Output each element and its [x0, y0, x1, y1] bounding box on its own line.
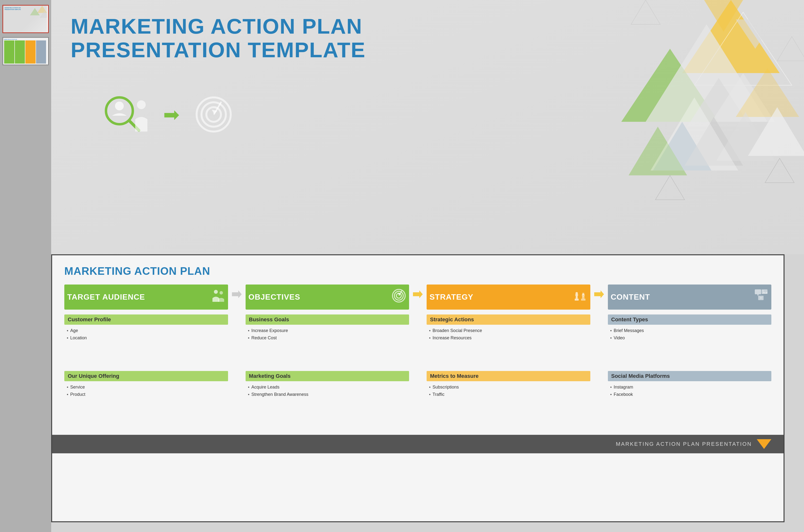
- slide-number-1: 1: [0, 6, 0, 11]
- objectives-header: OBJECTIVES: [246, 285, 409, 310]
- target-header: TARGET AUDIENCE: [64, 285, 228, 310]
- target-icon: [194, 95, 233, 134]
- social-media-list: Instagram Facebook: [608, 384, 772, 420]
- plan-grid: TARGET AUDIENCE Customer Profile Age: [64, 285, 771, 428]
- list-item: [610, 405, 772, 413]
- strategic-actions-label: Strategic Actions: [427, 315, 590, 325]
- strategy-column: STRATEGY: [427, 285, 590, 428]
- marketing-goals-list: Acquire Leads Strengthen Brand Awareness: [246, 384, 409, 420]
- list-item: [67, 356, 228, 364]
- metrics-list: Subscriptions Traffic: [427, 384, 590, 420]
- list-item: [248, 405, 409, 413]
- footer-accent: [757, 439, 771, 449]
- list-item: [248, 356, 409, 364]
- content-types-list: Brief Messages Video: [608, 327, 772, 364]
- thumb1-title: MARKETING ACTION PLANPRESENTATION TEMPLA…: [5, 7, 21, 10]
- svg-rect-49: [582, 293, 584, 295]
- list-item: Video: [610, 335, 772, 342]
- slide1-icons: ➡: [100, 93, 233, 136]
- business-goals-label: Business Goals: [246, 315, 409, 325]
- list-item: [67, 405, 228, 413]
- list-item: Reduce Cost: [248, 335, 409, 342]
- list-item: Increase Resources: [429, 335, 590, 342]
- list-item: Strengthen Brand Awareness: [248, 391, 409, 398]
- list-item: [610, 398, 772, 405]
- footer-text: MARKETING ACTION PLAN PRESENTATION: [616, 441, 752, 447]
- svg-point-25: [115, 101, 124, 110]
- svg-point-34: [220, 291, 223, 294]
- svg-point-54: [762, 290, 764, 291]
- list-item: Brief Messages: [610, 327, 772, 335]
- unique-offering-list: Service Product: [64, 384, 228, 420]
- objectives-header-icon: [392, 288, 406, 306]
- svg-marker-35: [232, 290, 242, 298]
- list-item: [67, 413, 228, 420]
- list-item: [429, 349, 590, 356]
- strategic-actions-list: Broaden Social Presence Increase Resourc…: [427, 327, 590, 364]
- strategy-header-icon: [573, 288, 587, 306]
- list-item: Facebook: [610, 391, 772, 398]
- list-item: [610, 413, 772, 420]
- customer-profile-label: Customer Profile: [64, 315, 228, 325]
- list-item: Service: [67, 384, 228, 391]
- sidebar: 1 MARKETING ACTION PLANPRESENTATION TEMP…: [0, 0, 51, 532]
- svg-marker-41: [413, 290, 423, 298]
- list-item: Acquire Leads: [248, 384, 409, 391]
- slide2-footer: MARKETING ACTION PLAN PRESENTATION: [52, 435, 784, 453]
- list-item: [429, 405, 590, 413]
- svg-point-27: [137, 100, 146, 109]
- svg-rect-43: [576, 296, 578, 299]
- magnifier-person-icon: [100, 93, 149, 136]
- list-item: Location: [67, 335, 228, 342]
- list-item: [67, 349, 228, 356]
- marketing-goals-label: Marketing Goals: [246, 371, 409, 381]
- content-column: CONTENT: [608, 285, 772, 428]
- arrow-1: [232, 285, 242, 299]
- list-item: Product: [67, 391, 228, 398]
- objectives-column: OBJECTIVES Business Goals Incre: [246, 285, 409, 428]
- arrow-3: [594, 285, 604, 299]
- slide-thumb-1[interactable]: 1 MARKETING ACTION PLANPRESENTATION TEMP…: [2, 5, 49, 33]
- thumb2-title: MARKETING ACTION PLAN: [4, 39, 46, 40]
- strategy-header-title: STRATEGY: [430, 292, 473, 302]
- content-header-icon: [754, 288, 768, 306]
- target-header-icon: [210, 288, 225, 306]
- slide-thumb-2[interactable]: 2 MARKETING ACTION PLAN: [2, 37, 49, 65]
- list-item: [248, 342, 409, 349]
- arrow-icon: ➡: [163, 103, 180, 126]
- target-header-title: TARGET AUDIENCE: [67, 292, 145, 302]
- slide-number-2: 2: [0, 38, 0, 43]
- svg-marker-20: [655, 175, 685, 200]
- list-item: [429, 342, 590, 349]
- objectives-header-title: OBJECTIVES: [248, 292, 300, 302]
- list-item: [610, 356, 772, 364]
- social-media-label: Social Media Platforms: [608, 371, 772, 381]
- list-item: [67, 342, 228, 349]
- list-item: [248, 398, 409, 405]
- svg-marker-21: [765, 158, 794, 183]
- list-item: [248, 349, 409, 356]
- slide-2: MARKETING ACTION PLAN TARGET AUDIENCE: [51, 254, 785, 522]
- slide-1: MARKETING ACTION PLAN PRESENTATION TEMPL…: [51, 0, 804, 254]
- content-header-title: CONTENT: [611, 292, 650, 302]
- list-item: Subscriptions: [429, 384, 590, 391]
- slide2-title: MARKETING ACTION PLAN: [64, 265, 771, 277]
- list-item: [429, 356, 590, 364]
- svg-point-45: [576, 292, 578, 294]
- customer-profile-list: Age Location: [64, 327, 228, 364]
- svg-marker-50: [594, 290, 604, 298]
- list-item: [429, 413, 590, 420]
- svg-point-24: [106, 97, 133, 124]
- metrics-label: Metrics to Measure: [427, 371, 590, 381]
- list-item: Traffic: [429, 391, 590, 398]
- arrow-2: [413, 285, 423, 299]
- svg-marker-0: [37, 6, 47, 13]
- list-item: Age: [67, 327, 228, 335]
- list-item: Broaden Social Presence: [429, 327, 590, 335]
- slide1-title: MARKETING ACTION PLAN PRESENTATION TEMPL…: [71, 15, 785, 62]
- svg-rect-42: [575, 299, 579, 301]
- svg-point-33: [214, 290, 218, 294]
- unique-offering-label: Our Unique Offering: [64, 371, 228, 381]
- content-types-label: Content Types: [608, 315, 772, 325]
- list-item: [67, 398, 228, 405]
